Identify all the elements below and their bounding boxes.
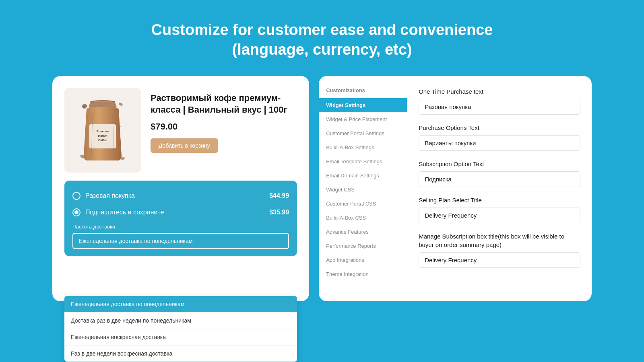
setting-label-purchase-options: Purchase Options Text — [419, 123, 580, 132]
dropdown-list: Еженедельная доставка по понедельникам Д… — [64, 296, 297, 362]
dropdown-item-2[interactable]: Еженедельная воскресная доставка — [64, 329, 297, 346]
setting-input-manage-subscription[interactable] — [419, 252, 580, 268]
sidebar-section-title: Customizations — [319, 87, 407, 93]
sidebar-item-theme-integration[interactable]: Theme Integration — [319, 267, 407, 281]
selected-option-text: Еженедельная доставка по понедельникам — [79, 238, 192, 244]
sidebar-item-build-a-box-css[interactable]: Build-A-Box CSS — [319, 211, 407, 225]
product-card: Premium Instant Coffee Растворимый кофе … — [52, 76, 309, 301]
dropdown-popup: Еженедельная доставка по понедельникам Д… — [64, 295, 297, 362]
nav-items-container: Widget SettingsWidget & Price PlacementC… — [319, 98, 407, 281]
subscription-widget: Разовая покупка $44.99 Подпишитесь и сох… — [64, 181, 297, 256]
sidebar-nav: Customizations Widget SettingsWidget & P… — [319, 76, 407, 301]
subscribe-radio[interactable] — [72, 208, 80, 216]
product-top: Premium Instant Coffee Растворимый кофе … — [64, 88, 297, 173]
one-time-price: $44.99 — [269, 192, 289, 200]
product-title: Растворимый кофе премиум-класса | Ваниль… — [151, 92, 297, 116]
sidebar-item-customer-portal[interactable]: Customer Portal Settings — [319, 126, 407, 140]
headline-line1: Customize for customer ease and convenie… — [151, 21, 493, 38]
sidebar-item-build-a-box[interactable]: Build-A-Box Settings — [319, 140, 407, 154]
main-headline: Customize for customer ease and convenie… — [151, 20, 493, 60]
sidebar-item-email-template[interactable]: Email Template Settings — [319, 154, 407, 169]
setting-input-purchase-options[interactable] — [419, 135, 580, 151]
setting-label-one-time-purchase: One Time Purchase text — [419, 87, 580, 96]
sidebar-item-advance-features[interactable]: Advance Features — [319, 225, 407, 239]
setting-label-manage-subscription: Manage Subscription box title(this box w… — [419, 232, 580, 249]
sidebar-item-performance-reports[interactable]: Performance Reports — [319, 239, 407, 253]
setting-group-subscription-option: Subscription Option Text — [419, 160, 580, 187]
add-to-cart-button[interactable]: Добавить в корзину — [151, 138, 218, 153]
sidebar-item-widget-price[interactable]: Widget & Price Placement — [319, 112, 407, 126]
subscribe-option[interactable]: Подпишитесь и сохраните $35.99 — [72, 204, 289, 220]
product-price: $79.00 — [151, 121, 297, 132]
svg-point-2 — [118, 102, 123, 106]
setting-group-selling-plan: Selling Plan Select Title — [419, 196, 580, 223]
product-image: Premium Instant Coffee — [64, 88, 141, 173]
settings-fields-container: One Time Purchase textPurchase Options T… — [419, 87, 580, 268]
setting-label-subscription-option: Subscription Option Text — [419, 160, 580, 168]
product-info: Растворимый кофе премиум-класса | Ваниль… — [151, 88, 297, 153]
settings-panel: One Time Purchase textPurchase Options T… — [407, 76, 592, 301]
svg-text:Coffee: Coffee — [98, 139, 107, 142]
svg-text:Premium: Premium — [97, 130, 109, 133]
subscribe-option-left: Подпишитесь и сохраните — [72, 208, 164, 216]
dropdown-selected[interactable]: Еженедельная доставка по понедельникам — [72, 233, 289, 249]
dropdown-item-1[interactable]: Доставка раз в две недели по понедельник… — [64, 313, 297, 329]
setting-group-manage-subscription: Manage Subscription box title(this box w… — [419, 232, 580, 268]
sidebar-item-widget-css[interactable]: Widget CSS — [319, 183, 407, 197]
setting-group-purchase-options: Purchase Options Text — [419, 123, 580, 151]
dropdown-item-0[interactable]: Еженедельная доставка по понедельникам — [64, 296, 297, 313]
subscribe-label: Подпишитесь и сохраните — [85, 209, 164, 216]
svg-text:Instant: Instant — [98, 134, 108, 137]
sidebar-item-customer-portal-css[interactable]: Customer Portal CSS — [319, 197, 407, 211]
cards-container: Premium Instant Coffee Растворимый кофе … — [52, 76, 592, 301]
one-time-radio[interactable] — [72, 192, 80, 200]
customizations-card: Customizations Widget SettingsWidget & P… — [319, 76, 592, 301]
sidebar-item-app-integrations[interactable]: App Integrations — [319, 253, 407, 267]
setting-input-one-time-purchase[interactable] — [419, 99, 580, 115]
sidebar-item-widget-settings[interactable]: Widget Settings — [319, 98, 407, 112]
one-time-label: Разовая покупка — [85, 192, 135, 200]
frequency-dropdown-container: Еженедельная доставка по понедельникам — [72, 233, 289, 249]
setting-group-one-time-purchase: One Time Purchase text — [419, 87, 580, 115]
setting-input-selling-plan[interactable] — [419, 208, 580, 223]
setting-input-subscription-option[interactable] — [419, 171, 580, 187]
sidebar-item-email-domain[interactable]: Email Domain Settings — [319, 169, 407, 183]
subscribe-price: $35.99 — [269, 209, 289, 216]
dropdown-item-3[interactable]: Раз в две недели воскресная доставка — [64, 346, 297, 362]
svg-point-1 — [82, 104, 87, 109]
frequency-label: Частота доставки — [72, 224, 289, 230]
headline-line2: (language, currency, etc) — [232, 41, 412, 58]
one-time-option[interactable]: Разовая покупка $44.99 — [72, 188, 289, 204]
setting-label-selling-plan: Selling Plan Select Title — [419, 196, 580, 204]
one-time-option-left: Разовая покупка — [72, 192, 135, 200]
coffee-bag-svg: Premium Instant Coffee — [76, 94, 129, 167]
